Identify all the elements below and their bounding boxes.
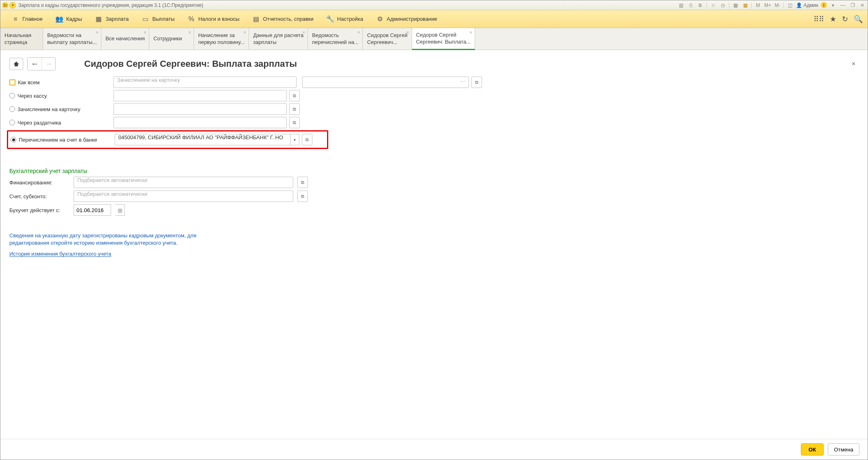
- close-icon[interactable]: ×: [144, 30, 146, 36]
- close-icon[interactable]: ×: [357, 30, 360, 36]
- tb-save-icon[interactable]: ▥: [677, 2, 685, 9]
- menu-label: Администрирование: [387, 16, 437, 22]
- effective-label: Бухучет действует с:: [9, 207, 70, 213]
- tab-calc-data[interactable]: Данные для расчета зарплаты ×: [249, 28, 308, 50]
- account-field[interactable]: Подбирается автоматически: [74, 191, 293, 202]
- calendar-icon[interactable]: ▦: [742, 2, 749, 9]
- history-icon[interactable]: ↻: [842, 15, 848, 24]
- user-indicator[interactable]: 👤 Админ: [796, 2, 818, 8]
- close-icon[interactable]: ×: [406, 30, 409, 36]
- radio-label: Через раздатчика: [17, 120, 61, 126]
- bottom-bar: ОК Отмена: [0, 439, 868, 460]
- dropdown-icon[interactable]: ▾: [829, 2, 837, 9]
- menu-settings[interactable]: 🔧 Настройка: [320, 10, 370, 28]
- financing-field[interactable]: Подбирается автоматически: [74, 177, 293, 188]
- back-button[interactable]: 🡐: [28, 58, 41, 70]
- menu-main[interactable]: ≡ Главное: [5, 10, 49, 28]
- report-icon: ▤: [253, 15, 260, 23]
- like-all-extra-field[interactable]: …: [302, 77, 469, 88]
- close-icon[interactable]: ×: [188, 30, 191, 36]
- tab-label: Начисление за: [198, 32, 244, 39]
- app-dropdown-icon[interactable]: ▾: [9, 2, 16, 9]
- menu-taxes[interactable]: % Налоги и взносы: [181, 10, 246, 28]
- open-icon[interactable]: ⧉: [289, 90, 300, 101]
- menu-label: Кадры: [66, 16, 82, 22]
- menu-personnel[interactable]: 👥 Кадры: [49, 10, 89, 28]
- radio-bank[interactable]: [11, 137, 16, 142]
- favorites-icon[interactable]: ★: [830, 15, 836, 24]
- user-icon: 👤: [796, 2, 802, 8]
- tab-half-month[interactable]: Начисление за первую половину... ×: [194, 28, 249, 50]
- tab-employee[interactable]: Сидоров Сергей Сергеевич... ×: [363, 28, 412, 50]
- effective-date-field[interactable]: [74, 204, 111, 216]
- tab-label: страница: [4, 39, 39, 46]
- chevron-down-icon[interactable]: ▾: [290, 134, 299, 145]
- open-icon[interactable]: ⧉: [302, 134, 312, 145]
- user-name: Админ: [803, 2, 818, 8]
- ellipsis-icon: …: [460, 77, 465, 88]
- tb-doc-icon[interactable]: 🗎: [697, 2, 704, 9]
- history-link[interactable]: История изменения бухгалтерского учета: [9, 251, 111, 257]
- radio-label: Зачислением на карточку: [17, 106, 80, 112]
- form-body: Как всем Зачислением на карточку … ⧉ Чер…: [0, 73, 868, 439]
- m-minus-btn[interactable]: M-: [774, 2, 781, 9]
- home-button[interactable]: [9, 58, 23, 70]
- menu-reports[interactable]: ▤ Отчетность, справки: [246, 10, 320, 28]
- radio-like-all[interactable]: [9, 79, 15, 85]
- card-field[interactable]: [113, 103, 287, 115]
- close-icon[interactable]: ×: [96, 30, 98, 36]
- menu-payments[interactable]: ▭ Выплаты: [135, 10, 181, 28]
- tab-label: выплату зарплаты...: [47, 39, 97, 46]
- tab-all-accruals[interactable]: Все начисления ×: [101, 28, 149, 50]
- calendar-icon[interactable]: ▦: [115, 204, 125, 216]
- tab-employee-payment[interactable]: Сидоров Сергей Сергеевич: Выплата... ×: [412, 28, 475, 50]
- radio-distributor[interactable]: [9, 120, 15, 125]
- bank-account-field[interactable]: 045004799, СИБИРСКИЙ ФИЛИАЛ АО "РАЙФФАЙЗ…: [115, 134, 290, 145]
- distributor-field[interactable]: [113, 117, 287, 128]
- apps-icon[interactable]: ⠿⠿: [813, 15, 824, 24]
- tab-start-page[interactable]: Начальная страница: [0, 28, 43, 50]
- tb-print-icon[interactable]: ⎙: [687, 2, 694, 9]
- info-text: Сведения на указанную дату зарегистриров…: [9, 232, 237, 247]
- menu-label: Налоги и взносы: [198, 16, 239, 22]
- tab-employees[interactable]: Сотрудники ×: [149, 28, 194, 50]
- close-icon[interactable]: ×: [302, 30, 305, 36]
- radio-cash[interactable]: [9, 93, 15, 99]
- tab-transfer-sheet[interactable]: Ведомость перечислений на... ×: [308, 28, 363, 50]
- close-window-button[interactable]: ✕: [859, 2, 866, 9]
- tab-label: Сергеевич: Выплата...: [416, 39, 471, 45]
- close-icon[interactable]: ×: [243, 30, 246, 36]
- radio-card[interactable]: [9, 106, 15, 112]
- menu-label: Выплаты: [153, 16, 175, 22]
- cancel-button[interactable]: Отмена: [828, 443, 859, 456]
- ok-button[interactable]: ОК: [801, 443, 824, 456]
- menu-salary[interactable]: ▦ Зарплата: [89, 10, 135, 28]
- search-icon[interactable]: 🔍: [854, 15, 863, 24]
- like-all-method-field[interactable]: Зачислением на карточку: [113, 77, 297, 88]
- m-btn[interactable]: M: [754, 2, 761, 9]
- open-icon[interactable]: ⧉: [471, 77, 482, 88]
- menu-admin[interactable]: ⚙ Администрирование: [370, 10, 444, 28]
- clock-icon[interactable]: ◷: [719, 2, 726, 9]
- calc-icon[interactable]: ▦: [732, 2, 739, 9]
- forward-button[interactable]: 🡒: [41, 58, 55, 70]
- panel-icon[interactable]: ◫: [786, 2, 794, 9]
- maximize-button[interactable]: ❐: [849, 2, 856, 9]
- tab-label: Ведомости на: [47, 32, 97, 39]
- main-menu: ≡ Главное 👥 Кадры ▦ Зарплата ▭ Выплаты %…: [0, 10, 868, 28]
- open-icon[interactable]: ⧉: [289, 117, 300, 128]
- open-icon[interactable]: ⧉: [289, 103, 300, 115]
- info-icon[interactable]: i: [821, 2, 827, 8]
- tab-label: Сидоров Сергей: [367, 32, 407, 39]
- tab-label: перечислений на...: [312, 39, 358, 46]
- close-icon[interactable]: ×: [469, 30, 472, 36]
- minimize-button[interactable]: —: [839, 2, 846, 9]
- star-icon[interactable]: ☆: [709, 2, 717, 9]
- open-icon[interactable]: ⧉: [297, 191, 308, 202]
- tab-payroll-sheets[interactable]: Ведомости на выплату зарплаты... ×: [43, 28, 101, 50]
- close-page-button[interactable]: ×: [848, 59, 859, 69]
- cash-field[interactable]: [113, 90, 287, 101]
- page-header: 🡐 🡒 Сидоров Сергей Сергеевич: Выплата за…: [0, 50, 868, 73]
- open-icon[interactable]: ⧉: [297, 177, 308, 188]
- m-plus-btn[interactable]: M+: [764, 2, 771, 9]
